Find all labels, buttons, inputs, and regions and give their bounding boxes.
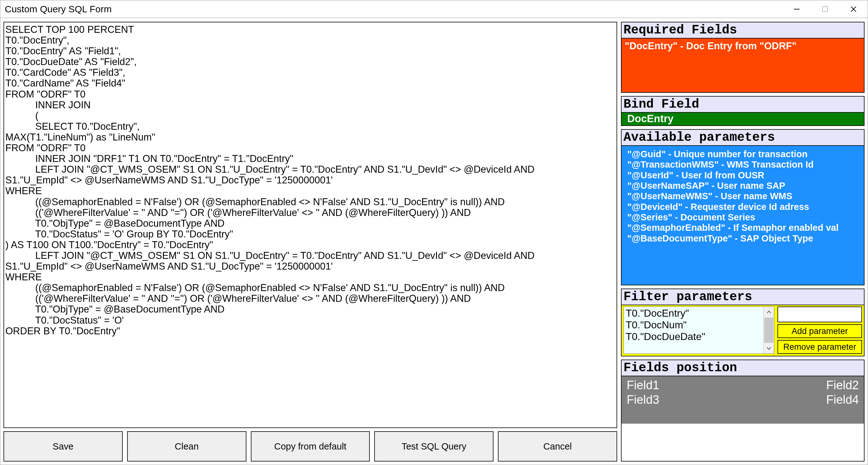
clean-button[interactable]: Clean [127, 431, 246, 462]
filter-parameters-body: T0."DocEntry" T0."DocNum" T0."DocDueDate… [622, 305, 864, 356]
scroll-up-icon[interactable] [764, 307, 774, 317]
fields-position-panel: Fields position Field1 Field3 Field2 Fie… [621, 359, 865, 462]
test-sql-query-button[interactable]: Test SQL Query [374, 431, 494, 462]
bind-field-body: DocEntry [622, 113, 864, 125]
button-row: Save Clean Copy from default Test SQL Qu… [3, 431, 617, 462]
cancel-button[interactable]: Cancel [498, 431, 617, 462]
fields-position-header: Fields position [622, 360, 864, 376]
filter-options-content: T0."DocEntry" T0."DocNum" T0."DocDueDate… [624, 307, 763, 354]
window-frame: Custom Query SQL Form SELECT TOP 100 PER… [0, 0, 868, 465]
copy-from-default-button[interactable]: Copy from default [251, 431, 370, 462]
bind-field-panel: Bind Field DocEntry [621, 96, 865, 126]
filter-parameters-header: Filter parameters [622, 289, 864, 305]
filter-parameters-panel: Filter parameters T0."DocEntry" T0."DocN… [621, 289, 865, 356]
field-label: Field1 [627, 378, 659, 393]
minimize-button[interactable] [782, 0, 811, 18]
required-fields-panel: Required Fields "DocEntry" - Doc Entry f… [621, 22, 865, 93]
available-parameters-body: "@Guid" - Unique number for transaction … [622, 146, 864, 285]
required-fields-body: "DocEntry" - Doc Entry from "ODRF" [622, 38, 864, 92]
fields-position-right-column: Field2 Field4 [826, 378, 859, 422]
filter-controls: Add parameter Remove parameter [777, 307, 862, 354]
fields-position-left-column: Field1 Field3 [627, 378, 659, 422]
remove-parameter-button[interactable]: Remove parameter [777, 340, 862, 354]
sql-editor[interactable]: SELECT TOP 100 PERCENT T0."DocEntry", T0… [3, 22, 617, 428]
filter-options-list[interactable]: T0."DocEntry" T0."DocNum" T0."DocDueDate… [623, 307, 774, 354]
right-column: Required Fields "DocEntry" - Doc Entry f… [621, 22, 865, 462]
bind-field-header: Bind Field [622, 96, 864, 113]
field-label: Field2 [826, 378, 859, 393]
filter-list-scrollbar[interactable] [763, 307, 774, 354]
window-title: Custom Query SQL Form [0, 4, 782, 14]
fields-position-body: Field1 Field3 Field2 Field4 [622, 376, 864, 424]
maximize-button[interactable] [811, 0, 839, 18]
required-fields-header: Required Fields [622, 22, 864, 38]
content-area: SELECT TOP 100 PERCENT T0."DocEntry", T0… [0, 18, 868, 465]
scroll-down-icon[interactable] [764, 344, 774, 354]
field-label: Field3 [627, 393, 659, 407]
field-label: Field4 [826, 393, 859, 407]
add-parameter-button[interactable]: Add parameter [777, 324, 862, 338]
svg-rect-1 [823, 7, 828, 12]
save-button[interactable]: Save [3, 431, 123, 462]
available-parameters-panel: Available parameters "@Guid" - Unique nu… [621, 129, 865, 285]
scrollbar-thumb[interactable] [764, 318, 773, 343]
title-bar: Custom Query SQL Form [0, 0, 868, 18]
window-controls [782, 0, 868, 18]
close-button[interactable] [839, 0, 868, 18]
filter-text-input[interactable] [777, 307, 862, 322]
available-parameters-header: Available parameters [622, 130, 864, 146]
left-column: SELECT TOP 100 PERCENT T0."DocEntry", T0… [3, 22, 617, 462]
